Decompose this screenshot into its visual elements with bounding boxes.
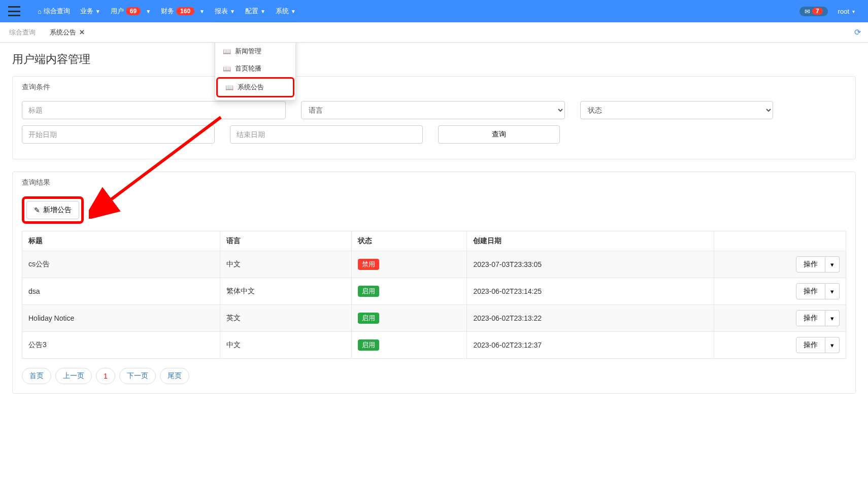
action-dropdown-button[interactable]: ▾ <box>825 337 840 353</box>
nav-home-label: 综合查询 <box>44 7 70 16</box>
cell-language: 中文 <box>220 332 352 359</box>
caret-down-icon: ▾ <box>830 261 834 268</box>
action-button[interactable]: 操作 <box>796 256 825 272</box>
dropdown-item-carousel[interactable]: 📖 首页轮播 <box>215 60 295 77</box>
action-dropdown-button[interactable]: ▾ <box>825 256 840 272</box>
tabs-bar: 综合查询 系统公告 ✕ ⟳ <box>0 22 868 43</box>
start-date-input[interactable] <box>22 125 215 144</box>
page-prev-button[interactable]: 上一页 <box>55 368 92 384</box>
status-badge: 启用 <box>358 313 379 324</box>
action-button[interactable]: 操作 <box>796 337 825 353</box>
cell-language: 英文 <box>220 305 352 332</box>
home-icon: ⌂ <box>38 8 42 15</box>
nav-config-label: 配置 <box>245 7 258 16</box>
page-content: 用户端内容管理 查询条件 语言 状态 查询 查询结果 <box>0 43 868 415</box>
th-created: 创建日期 <box>467 231 714 251</box>
caret-down-icon: ▼ <box>95 9 101 14</box>
dropdown-news-label: 新闻管理 <box>235 47 261 56</box>
action-button[interactable]: 操作 <box>796 310 825 326</box>
cell-created: 2023-06-02T23:12:37 <box>467 332 714 359</box>
dropdown-carousel-label: 首页轮播 <box>235 64 261 73</box>
table-row: Holiday Notice 英文 启用 2023-06-02T23:13:22… <box>22 305 846 332</box>
cell-action: 操作 ▾ <box>714 278 846 305</box>
cell-status: 启用 <box>352 278 467 305</box>
user-menu-label: root <box>838 8 849 15</box>
result-panel-header: 查询结果 <box>13 172 855 193</box>
nav-business[interactable]: 业务 ▼ <box>75 0 106 22</box>
nav-system-label: 系统 <box>276 7 289 16</box>
page-last-button[interactable]: 尾页 <box>160 368 189 384</box>
action-dropdown-button[interactable]: ▾ <box>825 283 840 299</box>
cell-status: 启用 <box>352 332 467 359</box>
tab-system-announcement[interactable]: 系统公告 ✕ <box>43 22 92 43</box>
user-menu[interactable]: root ▾ <box>833 0 860 22</box>
cell-created: 2023-07-03T23:33:05 <box>467 251 714 278</box>
hamburger-menu-icon[interactable] <box>8 6 20 16</box>
highlight-annotation: ✎ 新增公告 <box>22 196 84 224</box>
filter-panel: 查询条件 语言 状态 查询 <box>12 76 856 159</box>
nav-report-label: 报表 <box>215 7 228 16</box>
dropdown-announcement-label: 系统公告 <box>238 83 264 92</box>
nav-finance-badge: 160 <box>176 7 194 15</box>
pencil-icon: ✎ <box>34 206 40 214</box>
cell-created: 2023-06-02T23:13:22 <box>467 305 714 332</box>
cell-title: dsa <box>22 278 220 305</box>
cell-action: 操作 ▾ <box>714 251 846 278</box>
nav-business-label: 业务 <box>80 7 93 16</box>
chat-badge[interactable]: ✉ 7 <box>799 7 828 16</box>
caret-down-icon: ▾ <box>830 288 834 295</box>
top-nav: ⌂ 综合查询 业务 ▼ 用户 69 ▼ 财务 160 ▼ 报表 ▼ 配置 ▼ ⊞… <box>0 0 868 22</box>
add-announcement-button[interactable]: ✎ 新增公告 <box>26 201 79 219</box>
cell-action: 操作 ▾ <box>714 305 846 332</box>
nav-finance[interactable]: 财务 160 ▼ <box>156 0 210 22</box>
status-badge: 启用 <box>358 286 379 297</box>
cell-action: 操作 ▾ <box>714 332 846 359</box>
th-language: 语言 <box>220 231 352 251</box>
cell-language: 繁体中文 <box>220 278 352 305</box>
action-button[interactable]: 操作 <box>796 283 825 299</box>
dropdown-item-system-announcement[interactable]: 📖 系统公告 <box>216 77 294 97</box>
cell-created: 2023-06-02T23:14:25 <box>467 278 714 305</box>
cell-title: 公告3 <box>22 332 220 359</box>
page-current[interactable]: 1 <box>96 368 115 384</box>
dropdown-item-news[interactable]: 📖 新闻管理 <box>215 43 295 60</box>
page-next-button[interactable]: 下一页 <box>119 368 156 384</box>
nav-finance-label: 财务 <box>161 7 174 16</box>
table-row: 公告3 中文 启用 2023-06-02T23:12:37 操作 ▾ <box>22 332 846 359</box>
th-action <box>714 231 846 251</box>
page-title: 用户端内容管理 <box>12 52 856 67</box>
nav-report[interactable]: 报表 ▼ <box>210 0 240 22</box>
status-badge: 禁用 <box>358 259 379 270</box>
caret-down-icon: ▾ <box>830 315 834 322</box>
cell-title: Holiday Notice <box>22 305 220 332</box>
action-dropdown-button[interactable]: ▾ <box>825 310 840 326</box>
caret-down-icon: ▾ <box>852 9 855 14</box>
close-icon[interactable]: ✕ <box>79 28 85 36</box>
pagination: 首页 上一页 1 下一页 尾页 <box>22 368 846 384</box>
page-first-button[interactable]: 首页 <box>22 368 51 384</box>
nav-home[interactable]: ⌂ 综合查询 <box>32 0 75 22</box>
book-icon: 📖 <box>223 65 231 73</box>
caret-down-icon: ▼ <box>291 9 296 14</box>
nav-user-label: 用户 <box>111 7 124 16</box>
caret-down-icon: ▼ <box>230 9 235 14</box>
nav-config[interactable]: 配置 ▼ ⊞ 汇率配置 📖 新闻管理 📖 首页轮播 📖 系统公告 <box>240 0 271 22</box>
add-button-label: 新增公告 <box>43 206 72 215</box>
language-select[interactable]: 语言 <box>301 101 565 119</box>
tab-dashboard[interactable]: 综合查询 <box>2 22 43 43</box>
end-date-input[interactable] <box>230 125 423 144</box>
cell-language: 中文 <box>220 251 352 278</box>
status-select[interactable]: 状态 <box>580 101 773 119</box>
book-icon: 📖 <box>225 84 233 91</box>
nav-user[interactable]: 用户 69 ▼ <box>106 0 156 22</box>
title-input[interactable] <box>22 101 286 119</box>
refresh-icon[interactable]: ⟳ <box>854 27 861 37</box>
chat-count: 7 <box>812 8 823 15</box>
nav-system[interactable]: 系统 ▼ <box>271 0 301 22</box>
caret-down-icon: ▼ <box>260 9 265 14</box>
nav-user-badge: 69 <box>126 7 141 15</box>
result-panel: 查询结果 ✎ 新增公告 <box>12 172 856 394</box>
caret-down-icon: ▾ <box>830 342 834 349</box>
tab-dashboard-label: 综合查询 <box>9 28 36 37</box>
search-button[interactable]: 查询 <box>438 125 560 144</box>
